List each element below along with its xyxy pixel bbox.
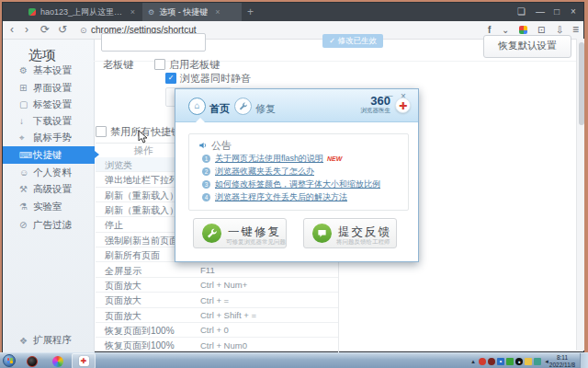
scrollbar-track[interactable] (576, 39, 584, 351)
table-row[interactable]: 页面放大Ctrl + Shift + = (96, 308, 338, 323)
submit-feedback-button[interactable]: 提交反馈 将问题反馈给工程师 (303, 218, 397, 248)
settings-sidebar: 选项 ⚙基本设置 ⊞界面设置 ▢标签设置 ↓下载设置 ⌖鼠标手势 ⌨快捷键 ☺个… (3, 40, 95, 353)
enable-boss-key-label[interactable]: 启用老板键 (169, 58, 220, 72)
red-cross-icon: ✚ (395, 98, 411, 113)
tray-green-leaf-icon[interactable] (506, 358, 514, 365)
table-row[interactable]: 页面放大Ctrl + = (96, 293, 338, 307)
mute-browser-label[interactable]: 浏览器同时静音 (180, 72, 251, 86)
tray-maroon-dot-icon[interactable] (488, 358, 495, 365)
forward-icon[interactable]: › (25, 21, 28, 39)
tray-blue-app-icon[interactable]: • (497, 358, 504, 365)
announcement-title: 公告 (211, 139, 232, 153)
tab-close-icon[interactable]: × (215, 7, 220, 17)
scrollbar-thumb[interactable] (579, 42, 584, 125)
back-icon[interactable]: ‹ (10, 21, 14, 39)
settings-favicon-icon: ⚙ (148, 8, 154, 17)
number-badge: 4 (202, 193, 210, 201)
extensions-icon[interactable] (519, 26, 527, 34)
block-icon: ⊘ (19, 220, 33, 230)
browser-doctor-dialog: — × ⌂ 首页 修复 360 浏览器医生 ✚ 公告 1 关于网页无法使用fla… (175, 88, 419, 262)
announcement-link[interactable]: 如何修改标签颜色，调整字体大小和缩放比例 (215, 178, 380, 190)
saved-status-badge: ✓ 修改已生效 (322, 34, 383, 48)
user-profile-icon[interactable]: ❏ (517, 6, 526, 17)
number-badge: 1 (202, 155, 210, 163)
hao123-favicon-icon (28, 8, 36, 16)
taskbar-app-pinwheel-icon[interactable] (46, 353, 70, 368)
tray-shield-icon[interactable] (534, 358, 541, 365)
sidebar-item-mouse-gestures[interactable]: ⌖鼠标手势 (3, 129, 95, 146)
boss-key-label: 老板键 (103, 58, 133, 72)
keyboard-icon: ⌨ (19, 150, 33, 160)
sidebar-item-lab[interactable]: ⚗实验室 (3, 198, 95, 215)
taskbar-app-browser-doctor-icon[interactable]: ✚ (72, 353, 96, 368)
announcement-item[interactable]: 4 浏览器主程序文件丢失后的解决方法 (202, 191, 347, 203)
tab-title: 选项 - 快捷键 (159, 6, 208, 18)
mouse-cursor (138, 130, 148, 144)
disable-all-shortcuts-checkbox[interactable] (96, 126, 107, 137)
sidebar-item-profile[interactable]: ☺个人资料 (3, 164, 95, 181)
dialog-tab-home[interactable]: 首页 (209, 102, 230, 116)
sidebar-item-shortcuts[interactable]: ⌨快捷键 (3, 146, 95, 164)
active-tab-notch (196, 118, 205, 122)
tab-close-icon[interactable]: × (130, 7, 135, 17)
tools-icon: ⚒ (19, 184, 33, 194)
sidebar-item-download-settings[interactable]: ↓下载设置 (3, 112, 95, 130)
menu-icon[interactable]: ≡ (572, 21, 579, 39)
enable-boss-key-checkbox[interactable] (154, 59, 165, 70)
table-row[interactable]: 页面放大Ctrl + Num+ (96, 278, 338, 293)
dialog-header: — × ⌂ 首页 修复 360 浏览器医生 ✚ (175, 89, 418, 122)
home-icon[interactable]: ⌂ (188, 98, 206, 115)
taskbar-clock[interactable]: 8:11 2022/11/8 (546, 354, 579, 368)
announcement-link[interactable]: 关于网页无法使用flash的说明 (215, 153, 323, 165)
tab-options-shortcut[interactable]: ⚙ 选项 - 快捷键 × (142, 3, 242, 21)
brand-logo: 360 浏览器医生 (361, 96, 391, 115)
windows-taskbar: ✚ ▴ • ● ◂ 8:11 2022/11/8 (0, 352, 588, 368)
sidebar-item-basic-settings[interactable]: ⚙基本设置 (3, 62, 95, 79)
wrench-icon (202, 224, 221, 243)
announcement-item[interactable]: 3 如何修改标签颜色，调整字体大小和缩放比例 (202, 178, 380, 190)
announcement-item[interactable]: 2 浏览器收藏夹丢失了怎么办 (202, 166, 314, 178)
minimize-button[interactable]: — (536, 6, 545, 17)
announcement-link[interactable]: 浏览器主程序文件丢失后的解决方法 (215, 191, 347, 203)
new-badge: NEW (327, 155, 342, 162)
download-icon: ↓ (19, 116, 33, 126)
table-row[interactable]: 全屏显示F11 (96, 263, 338, 278)
one-click-repair-button[interactable]: 一键修复 可修复浏览器常见问题 (193, 218, 287, 248)
sidebar-item-advanced-settings[interactable]: ⚒高级设置 (3, 180, 95, 198)
announcement-link[interactable]: 浏览器收藏夹丢失了怎么办 (215, 166, 314, 178)
site-info-icon[interactable]: ⊙ (80, 21, 87, 40)
new-tab-button[interactable]: + (247, 6, 254, 18)
mute-browser-checkbox[interactable]: ✓ (165, 73, 176, 84)
divider (94, 61, 576, 62)
settings-search-input[interactable] (101, 33, 206, 52)
table-row[interactable]: 恢复页面到100%Ctrl + Num0 (96, 338, 338, 352)
table-row[interactable]: 恢复页面到100%Ctrl + 0 (96, 323, 338, 338)
tray-penguin-icon[interactable]: ● (515, 358, 523, 365)
close-button[interactable]: × (571, 6, 576, 17)
desktop: hao123_上网从这里开始 × ⚙ 选项 - 快捷键 × + ❏ — □ × … (0, 0, 588, 368)
maximize-button[interactable]: □ (554, 6, 560, 17)
windows-logo-icon (7, 358, 13, 363)
restore-defaults-button[interactable]: 恢复默认设置 (483, 35, 571, 58)
tray-folder-icon[interactable] (525, 358, 532, 365)
tab-title: hao123_上网从这里开始 (40, 6, 123, 18)
sidebar-item-interface-settings[interactable]: ⊞界面设置 (3, 79, 95, 97)
wrench-icon[interactable] (234, 98, 252, 115)
tray-expand-icon[interactable]: ▴ (469, 358, 477, 365)
announcement-item[interactable]: 1 关于网页无法使用flash的说明 NEW (202, 153, 342, 165)
mouse-icon: ⌖ (19, 132, 33, 144)
tab-icon: ▢ (19, 99, 33, 109)
sidebar-item-ad-filter[interactable]: ⊘广告过滤 (3, 216, 95, 234)
refresh-icon[interactable]: ⟳ (40, 21, 50, 39)
show-desktop-button[interactable] (580, 353, 588, 368)
tray-red-dot-icon[interactable] (479, 358, 486, 365)
gear-icon: ⚙ (19, 65, 33, 75)
taskbar-app-player-icon[interactable] (20, 353, 44, 368)
tab-hao123[interactable]: hao123_上网从这里开始 × (23, 3, 141, 21)
sidebar-item-extensions[interactable]: ❖扩展程序 (19, 334, 72, 347)
reopen-icon[interactable]: ↺ (58, 21, 67, 39)
sidebar-item-tab-settings[interactable]: ▢标签设置 (3, 96, 95, 113)
dialog-tab-repair[interactable]: 修复 (255, 102, 276, 116)
start-button[interactable] (3, 354, 16, 367)
person-icon: ☺ (19, 167, 33, 178)
